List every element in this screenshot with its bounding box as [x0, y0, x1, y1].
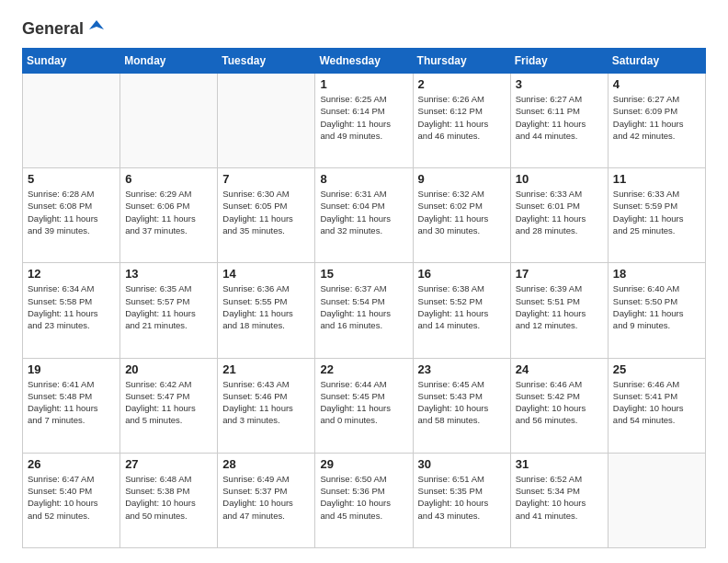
day-info: Sunrise: 6:47 AM Sunset: 5:40 PM Dayligh…: [28, 473, 115, 522]
day-number: 2: [418, 77, 506, 91]
calendar-cell: 25Sunrise: 6:46 AM Sunset: 5:41 PM Dayli…: [608, 358, 705, 453]
calendar-cell: 17Sunrise: 6:39 AM Sunset: 5:51 PM Dayli…: [510, 263, 608, 358]
calendar-cell: 18Sunrise: 6:40 AM Sunset: 5:50 PM Dayli…: [608, 263, 705, 358]
day-info: Sunrise: 6:42 AM Sunset: 5:47 PM Dayligh…: [125, 378, 212, 427]
logo-general: General: [22, 19, 84, 39]
calendar-cell: 5Sunrise: 6:28 AM Sunset: 6:08 PM Daylig…: [23, 168, 120, 263]
day-info: Sunrise: 6:27 AM Sunset: 6:11 PM Dayligh…: [516, 93, 603, 142]
day-info: Sunrise: 6:51 AM Sunset: 5:35 PM Dayligh…: [418, 473, 506, 522]
day-info: Sunrise: 6:30 AM Sunset: 6:05 PM Dayligh…: [222, 188, 310, 236]
weekday-header-thursday: Thursday: [413, 49, 510, 74]
calendar-cell: 13Sunrise: 6:35 AM Sunset: 5:57 PM Dayli…: [120, 263, 218, 358]
day-number: 13: [125, 267, 212, 281]
header: General: [22, 18, 706, 37]
calendar-cell: 30Sunrise: 6:51 AM Sunset: 5:35 PM Dayli…: [413, 453, 510, 547]
day-info: Sunrise: 6:45 AM Sunset: 5:43 PM Dayligh…: [418, 378, 506, 427]
calendar-cell: 3Sunrise: 6:27 AM Sunset: 6:11 PM Daylig…: [510, 74, 608, 168]
calendar-cell: 2Sunrise: 6:26 AM Sunset: 6:12 PM Daylig…: [413, 74, 510, 168]
day-number: 26: [28, 457, 115, 471]
calendar-cell: 8Sunrise: 6:31 AM Sunset: 6:04 PM Daylig…: [315, 168, 413, 263]
day-number: 1: [320, 77, 407, 91]
weekday-header-friday: Friday: [510, 49, 608, 74]
calendar-cell: [218, 74, 315, 168]
weekday-header-sunday: Sunday: [23, 49, 120, 74]
week-row-1: 1Sunrise: 6:25 AM Sunset: 6:14 PM Daylig…: [23, 74, 706, 168]
day-number: 29: [320, 457, 407, 471]
calendar-cell: 21Sunrise: 6:43 AM Sunset: 5:46 PM Dayli…: [218, 358, 315, 453]
calendar-cell: 28Sunrise: 6:49 AM Sunset: 5:37 PM Dayli…: [218, 453, 315, 547]
calendar-cell: 10Sunrise: 6:33 AM Sunset: 6:01 PM Dayli…: [510, 168, 608, 263]
day-number: 21: [222, 362, 310, 376]
day-info: Sunrise: 6:40 AM Sunset: 5:50 PM Dayligh…: [613, 282, 700, 331]
day-info: Sunrise: 6:34 AM Sunset: 5:58 PM Dayligh…: [28, 282, 115, 331]
day-number: 14: [222, 267, 310, 281]
day-info: Sunrise: 6:37 AM Sunset: 5:54 PM Dayligh…: [320, 282, 407, 331]
day-number: 10: [516, 172, 603, 186]
day-number: 16: [418, 267, 506, 281]
weekday-header-tuesday: Tuesday: [218, 49, 315, 74]
week-row-3: 12Sunrise: 6:34 AM Sunset: 5:58 PM Dayli…: [23, 263, 706, 358]
weekday-header-wednesday: Wednesday: [315, 49, 413, 74]
calendar-cell: 19Sunrise: 6:41 AM Sunset: 5:48 PM Dayli…: [23, 358, 120, 453]
day-number: 23: [418, 362, 506, 376]
calendar-cell: 1Sunrise: 6:25 AM Sunset: 6:14 PM Daylig…: [315, 74, 413, 168]
day-number: 9: [418, 172, 506, 186]
week-row-2: 5Sunrise: 6:28 AM Sunset: 6:08 PM Daylig…: [23, 168, 706, 263]
calendar-cell: 4Sunrise: 6:27 AM Sunset: 6:09 PM Daylig…: [608, 74, 705, 168]
day-number: 11: [613, 172, 700, 186]
calendar-cell: 20Sunrise: 6:42 AM Sunset: 5:47 PM Dayli…: [120, 358, 218, 453]
day-number: 31: [516, 457, 603, 471]
day-info: Sunrise: 6:33 AM Sunset: 6:01 PM Dayligh…: [516, 188, 603, 236]
day-info: Sunrise: 6:41 AM Sunset: 5:48 PM Dayligh…: [28, 378, 115, 427]
calendar-cell: 23Sunrise: 6:45 AM Sunset: 5:43 PM Dayli…: [413, 358, 510, 453]
day-info: Sunrise: 6:50 AM Sunset: 5:36 PM Dayligh…: [320, 473, 407, 522]
day-number: 12: [28, 267, 115, 281]
day-number: 24: [516, 362, 603, 376]
day-info: Sunrise: 6:49 AM Sunset: 5:37 PM Dayligh…: [222, 473, 310, 522]
calendar-cell: 6Sunrise: 6:29 AM Sunset: 6:06 PM Daylig…: [120, 168, 218, 263]
day-number: 15: [320, 267, 407, 281]
day-number: 30: [418, 457, 506, 471]
calendar-page: General SundayMondayTuesdayWednesdayThur…: [0, 0, 728, 563]
day-number: 22: [320, 362, 407, 376]
day-info: Sunrise: 6:46 AM Sunset: 5:41 PM Dayligh…: [613, 378, 700, 427]
calendar-cell: 31Sunrise: 6:52 AM Sunset: 5:34 PM Dayli…: [510, 453, 608, 547]
day-info: Sunrise: 6:36 AM Sunset: 5:55 PM Dayligh…: [222, 282, 310, 331]
day-info: Sunrise: 6:26 AM Sunset: 6:12 PM Dayligh…: [418, 93, 506, 142]
weekday-header-row: SundayMondayTuesdayWednesdayThursdayFrid…: [23, 49, 706, 74]
weekday-header-saturday: Saturday: [608, 49, 705, 74]
calendar-cell: [23, 74, 120, 168]
week-row-5: 26Sunrise: 6:47 AM Sunset: 5:40 PM Dayli…: [23, 453, 706, 547]
day-number: 3: [516, 77, 603, 91]
logo-icon: [85, 17, 108, 39]
day-info: Sunrise: 6:29 AM Sunset: 6:06 PM Dayligh…: [125, 188, 212, 236]
calendar-cell: 26Sunrise: 6:47 AM Sunset: 5:40 PM Dayli…: [23, 453, 120, 547]
day-info: Sunrise: 6:52 AM Sunset: 5:34 PM Dayligh…: [516, 473, 603, 522]
weekday-header-monday: Monday: [120, 49, 218, 74]
day-number: 4: [613, 77, 700, 91]
calendar-cell: 7Sunrise: 6:30 AM Sunset: 6:05 PM Daylig…: [218, 168, 315, 263]
calendar-cell: 24Sunrise: 6:46 AM Sunset: 5:42 PM Dayli…: [510, 358, 608, 453]
day-info: Sunrise: 6:44 AM Sunset: 5:45 PM Dayligh…: [320, 378, 407, 427]
day-info: Sunrise: 6:33 AM Sunset: 5:59 PM Dayligh…: [613, 188, 700, 236]
day-number: 17: [516, 267, 603, 281]
day-info: Sunrise: 6:38 AM Sunset: 5:52 PM Dayligh…: [418, 282, 506, 331]
day-info: Sunrise: 6:48 AM Sunset: 5:38 PM Dayligh…: [125, 473, 212, 522]
calendar-cell: [608, 453, 705, 547]
calendar-table: SundayMondayTuesdayWednesdayThursdayFrid…: [22, 48, 706, 548]
day-number: 6: [125, 172, 212, 186]
calendar-cell: 27Sunrise: 6:48 AM Sunset: 5:38 PM Dayli…: [120, 453, 218, 547]
week-row-4: 19Sunrise: 6:41 AM Sunset: 5:48 PM Dayli…: [23, 358, 706, 453]
day-info: Sunrise: 6:46 AM Sunset: 5:42 PM Dayligh…: [516, 378, 603, 427]
day-info: Sunrise: 6:25 AM Sunset: 6:14 PM Dayligh…: [320, 93, 407, 142]
day-info: Sunrise: 6:35 AM Sunset: 5:57 PM Dayligh…: [125, 282, 212, 331]
day-number: 20: [125, 362, 212, 376]
day-info: Sunrise: 6:32 AM Sunset: 6:02 PM Dayligh…: [418, 188, 506, 236]
logo: General: [22, 18, 108, 37]
calendar-cell: [120, 74, 218, 168]
day-info: Sunrise: 6:28 AM Sunset: 6:08 PM Dayligh…: [28, 188, 115, 236]
day-number: 25: [613, 362, 700, 376]
day-number: 18: [613, 267, 700, 281]
calendar-cell: 15Sunrise: 6:37 AM Sunset: 5:54 PM Dayli…: [315, 263, 413, 358]
day-number: 8: [320, 172, 407, 186]
